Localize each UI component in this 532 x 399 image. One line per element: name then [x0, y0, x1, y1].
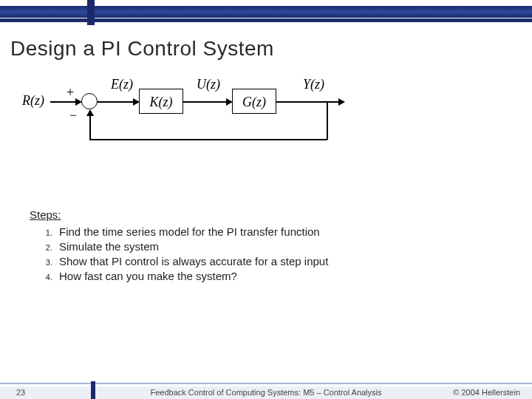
top-decor-bar — [0, 0, 532, 27]
page-number: 23 — [16, 388, 25, 397]
list-item: Find the time series model for the PI tr… — [55, 225, 502, 238]
wire — [50, 101, 77, 103]
controller-block: K(z) — [139, 89, 183, 114]
page-title: Design a PI Control System — [10, 37, 522, 61]
wire — [276, 101, 340, 103]
steps-section: Steps: Find the time series model for th… — [30, 208, 502, 282]
summing-junction — [81, 93, 98, 109]
signal-r: R(z) — [22, 93, 44, 109]
arrowhead-icon — [86, 109, 94, 116]
slide-footer: 23 Feedback Control of Computing Systems… — [0, 380, 532, 399]
wire — [327, 101, 328, 140]
list-item: Simulate the system — [55, 240, 502, 253]
footer-center: Feedback Control of Computing Systems: M… — [150, 388, 381, 397]
signal-y: Y(z) — [303, 77, 324, 92]
steps-heading: Steps: — [30, 208, 502, 221]
wire — [89, 115, 91, 140]
plant-block: G(z) — [232, 89, 276, 114]
footer-right: © 2004 Hellerstein — [453, 388, 520, 397]
block-diagram: R(z) + − E(z) K(z) U(z) G(z) Y(z) — [22, 75, 362, 179]
signal-u: U(z) — [197, 77, 220, 92]
wire — [89, 139, 327, 140]
sum-minus: − — [69, 108, 77, 123]
list-item: Show that PI control is always accurate … — [55, 255, 502, 267]
list-item: How fast can you make the system? — [55, 270, 502, 282]
wire — [98, 101, 134, 103]
wire — [183, 101, 228, 103]
sum-plus: + — [66, 85, 74, 100]
arrowhead-icon — [338, 98, 345, 106]
signal-e: E(z) — [111, 77, 133, 92]
steps-list: Find the time series model for the PI tr… — [30, 225, 502, 282]
